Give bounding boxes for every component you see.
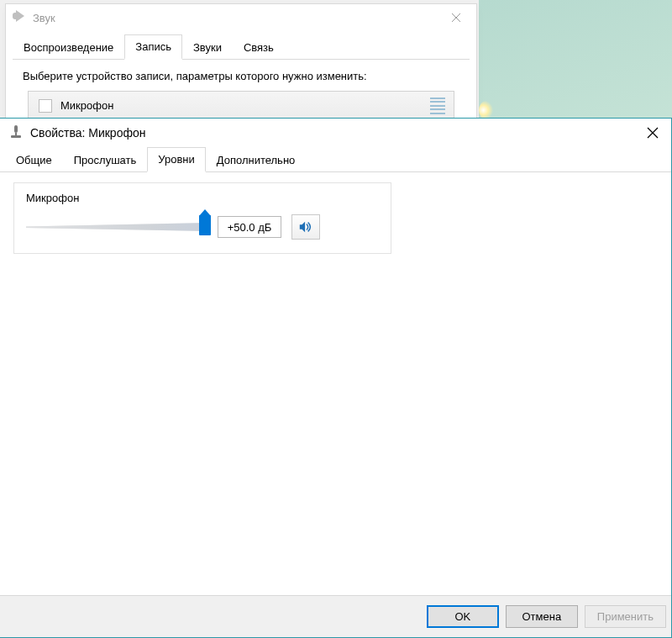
ok-button[interactable]: OK [427,605,499,628]
levels-caption: Микрофон [26,192,379,204]
sun-glow [479,101,494,119]
tab-sounds[interactable]: Звуки [182,35,233,59]
sound-title-left: Звук [13,10,55,25]
tab-advanced[interactable]: Дополнительно [206,148,307,171]
mute-button[interactable] [291,214,320,240]
tab-listen[interactable]: Прослушать [63,148,148,171]
microphone-icon [39,99,52,113]
props-title-left: Свойства: Микрофон [8,125,145,140]
device-left: Микрофон [39,99,113,113]
props-body: Общие Прослушать Уровни Дополнительно Ми… [0,147,671,637]
db-value-box: +50.0 дБ [218,216,281,238]
levels-row: +50.0 дБ [26,214,379,240]
tab-playback[interactable]: Воспроизведение [13,35,124,59]
close-icon [647,127,659,139]
sound-body: Воспроизведение Запись Звуки Связь Выбер… [6,31,476,131]
recording-instruction: Выберите устройство записи, параметры ко… [13,60,470,91]
sound-window-title: Звук [33,12,55,24]
dialog-footer: OK Отмена Применить [0,595,671,637]
speaker-icon [298,219,313,235]
tab-levels[interactable]: Уровни [147,147,205,172]
props-titlebar: Свойства: Микрофон [0,119,671,147]
microphone-boost-slider[interactable] [26,217,207,237]
microphone-properties-window: Свойства: Микрофон Общие Прослушать Уров… [0,118,672,638]
sound-close-button[interactable] [439,6,473,29]
tab-general[interactable]: Общие [5,148,63,171]
tab-recording[interactable]: Запись [124,34,182,60]
tab-communications[interactable]: Связь [233,35,285,59]
levels-panel: Микрофон +50.0 дБ [0,172,671,595]
microphone-level-group: Микрофон +50.0 дБ [13,182,391,254]
sound-titlebar: Звук [6,4,476,31]
device-name-label: Микрофон [60,99,113,112]
close-icon [451,13,461,23]
level-meter-icon [430,98,445,114]
speaker-icon [13,10,28,25]
apply-button[interactable]: Применить [585,605,666,628]
props-window-title: Свойства: Микрофон [30,126,145,140]
cancel-button[interactable]: Отмена [506,605,578,628]
props-tabstrip: Общие Прослушать Уровни Дополнительно [0,147,671,172]
device-item-microphone[interactable]: Микрофон [29,92,454,120]
props-close-button[interactable] [634,120,671,145]
slider-fill [26,223,207,231]
slider-thumb[interactable] [199,215,211,235]
microphone-stand-icon [8,125,24,140]
sound-tabstrip: Воспроизведение Запись Звуки Связь [13,34,470,60]
